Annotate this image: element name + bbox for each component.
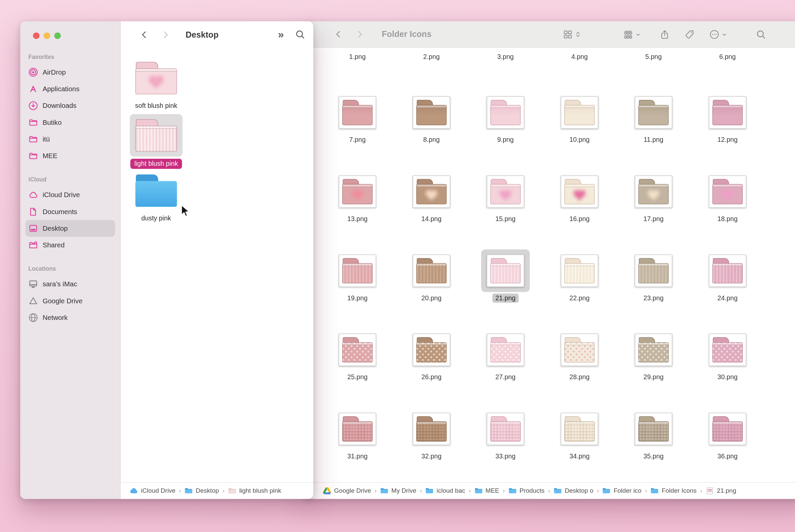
breadcrumb-mee[interactable]: MEE xyxy=(474,488,499,494)
minimize-button[interactable] xyxy=(44,32,50,39)
sidebar-item-sara-s-imac[interactable]: sara’s iMac xyxy=(25,276,115,292)
file-item-16.png[interactable]: 16.png xyxy=(547,170,612,223)
file-thumbnail xyxy=(555,249,604,292)
sidebar-section-title: Locations xyxy=(25,266,115,276)
sidebar-item-label: Documents xyxy=(43,208,77,215)
file-item-23.png[interactable]: 23.png xyxy=(621,249,686,302)
file-item-27.png[interactable]: 27.png xyxy=(472,328,538,381)
file-item-12.png[interactable]: 12.png xyxy=(695,91,760,144)
sidebar-item-icloud-drive[interactable]: iCloud Drive xyxy=(25,186,115,203)
sidebar-item-label: Google Drive xyxy=(43,297,82,305)
toolbar-overflow-button[interactable]: » xyxy=(278,28,284,41)
chevron-down-icon xyxy=(635,32,641,37)
sidebar-item-documents[interactable]: Documents xyxy=(25,204,115,220)
sidebar-item-butiko[interactable]: Butiko xyxy=(25,114,115,131)
file-item-31.png[interactable]: 31.png xyxy=(325,407,391,460)
folder-blue-icon xyxy=(474,488,482,494)
sidebar-item-it-[interactable]: itü xyxy=(25,131,115,148)
sidebar-item-google-drive[interactable]: Google Drive xyxy=(25,292,115,309)
sidebar-item-shared[interactable]: Shared xyxy=(25,237,115,253)
file-item-11.png[interactable]: 11.png xyxy=(621,91,686,144)
folder-icon xyxy=(28,134,38,144)
file-item-15.png[interactable]: 15.png xyxy=(472,170,538,223)
file-item-33.png[interactable]: 33.png xyxy=(472,407,538,460)
file-item-18.png[interactable]: 18.png xyxy=(695,170,760,223)
group-view-button[interactable] xyxy=(623,29,641,39)
file-item-36.png[interactable]: 36.png xyxy=(695,407,760,460)
file-item-29.png[interactable]: 29.png xyxy=(621,328,686,381)
file-label: 20.png xyxy=(398,293,465,302)
sidebar-item-applications[interactable]: Applications xyxy=(25,80,115,97)
file-item-35.png[interactable]: 35.png xyxy=(621,407,686,460)
breadcrumb-desktop-o[interactable]: Desktop o xyxy=(554,488,593,494)
mouse-cursor xyxy=(181,204,192,221)
cloud-icon xyxy=(28,190,38,200)
file-item-5.png[interactable]: 5.png xyxy=(621,51,686,61)
breadcrumb-icloud-bac[interactable]: icloud bac xyxy=(425,488,465,494)
sidebar-item-network[interactable]: Network xyxy=(25,309,115,326)
search-icon[interactable] xyxy=(756,29,766,39)
breadcrumb-google-drive[interactable]: Google Drive xyxy=(323,488,371,494)
breadcrumb-folder-ico[interactable]: Folder ico xyxy=(603,488,642,494)
file-item-19.png[interactable]: 19.png xyxy=(325,249,391,302)
sidebar-item-label: Downloads xyxy=(43,102,77,110)
desktop-file-light-blush-pink[interactable]: light blush pink xyxy=(123,114,189,169)
forward-button[interactable] xyxy=(353,27,365,41)
sidebar-item-downloads[interactable]: Downloads xyxy=(25,97,115,114)
view-grid-button[interactable] xyxy=(563,29,581,39)
file-item-25.png[interactable]: 25.png xyxy=(325,328,391,381)
file-item-21.png[interactable]: 21.png xyxy=(472,249,538,302)
file-item-34.png[interactable]: 34.png xyxy=(547,407,612,460)
search-icon[interactable] xyxy=(295,29,305,39)
file-item-30.png[interactable]: 30.png xyxy=(695,328,760,381)
file-item-17.png[interactable]: 17.png xyxy=(621,170,686,223)
file-item-32.png[interactable]: 32.png xyxy=(398,407,465,460)
zoom-button[interactable] xyxy=(54,32,61,39)
desktop-file-soft-blush-pink[interactable]: soft blush pink xyxy=(123,57,189,110)
breadcrumb-light-blush-pink[interactable]: light blush pink xyxy=(228,488,281,494)
file-item-4.png[interactable]: 4.png xyxy=(547,51,612,61)
file-label: 24.png xyxy=(695,293,760,302)
file-item-10.png[interactable]: 10.png xyxy=(547,91,612,144)
file-item-3.png[interactable]: 3.png xyxy=(472,51,538,61)
back-button[interactable] xyxy=(138,27,150,42)
sidebar-item-mee[interactable]: MEE xyxy=(25,148,115,164)
file-item-8.png[interactable]: 8.png xyxy=(398,91,465,144)
file-item-28.png[interactable]: 28.png xyxy=(547,328,612,381)
file-item-24.png[interactable]: 24.png xyxy=(695,249,760,302)
breadcrumb-products[interactable]: Products xyxy=(508,488,545,494)
sidebar-item-airdrop[interactable]: AirDrop xyxy=(25,64,115,80)
gdrive-logo-icon xyxy=(323,488,331,494)
breadcrumb-folder-icons[interactable]: Folder Icons xyxy=(650,488,697,494)
breadcrumb-21-png[interactable]: 21.png xyxy=(706,488,736,494)
file-item-13.png[interactable]: 13.png xyxy=(325,170,391,223)
forward-button[interactable] xyxy=(159,27,171,42)
file-label: 36.png xyxy=(695,452,760,460)
file-item-20.png[interactable]: 20.png xyxy=(398,249,465,302)
sidebar-item-label: Butiko xyxy=(43,118,62,126)
desktop-file-dusty-pink[interactable]: dusty pink xyxy=(123,169,189,223)
back-button[interactable] xyxy=(332,27,344,41)
breadcrumb-my-drive[interactable]: My Drive xyxy=(380,488,416,494)
breadcrumb-icloud-drive[interactable]: iCloud Drive xyxy=(130,488,175,494)
file-label: 26.png xyxy=(398,373,465,381)
tag-button[interactable] xyxy=(684,29,695,39)
file-item-9.png[interactable]: 9.png xyxy=(472,91,538,144)
file-item-6.png[interactable]: 6.png xyxy=(695,51,760,61)
file-item-2.png[interactable]: 2.png xyxy=(398,51,465,61)
file-thumbnail xyxy=(407,407,456,450)
sidebar-item-desktop[interactable]: Desktop xyxy=(25,220,115,237)
file-item-7.png[interactable]: 7.png xyxy=(325,91,391,144)
file-thumbnail xyxy=(407,249,456,292)
file-item-26.png[interactable]: 26.png xyxy=(398,328,465,381)
file-item-14.png[interactable]: 14.png xyxy=(398,170,465,223)
more-actions-button[interactable] xyxy=(709,29,727,39)
close-button[interactable] xyxy=(33,32,40,39)
appstore-icon xyxy=(28,84,38,94)
file-item-1.png[interactable]: 1.png xyxy=(325,51,391,61)
file-item-22.png[interactable]: 22.png xyxy=(547,249,612,302)
breadcrumb-separator: › xyxy=(420,488,422,494)
share-button[interactable] xyxy=(660,29,669,39)
breadcrumb-desktop[interactable]: Desktop xyxy=(185,488,219,494)
file-thumbnail xyxy=(481,170,530,213)
